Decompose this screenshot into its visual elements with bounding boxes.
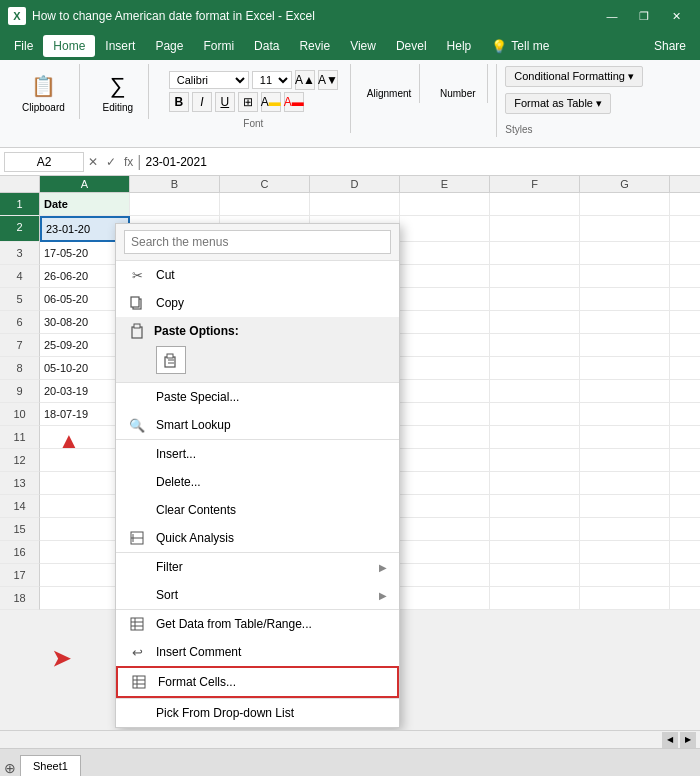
- row-num-9[interactable]: 9: [0, 380, 40, 403]
- menu-developer[interactable]: Devel: [386, 35, 437, 57]
- cell-h1[interactable]: [670, 193, 700, 216]
- context-menu-paste-special[interactable]: Paste Special...: [116, 383, 399, 411]
- cell-e6[interactable]: [400, 311, 490, 334]
- menu-file[interactable]: File: [4, 35, 43, 57]
- font-size-select[interactable]: 11: [252, 71, 292, 89]
- cell-e2[interactable]: [400, 216, 490, 242]
- menu-tell-me[interactable]: 💡Tell me: [481, 35, 559, 58]
- menu-data[interactable]: Data: [244, 35, 289, 57]
- italic-button[interactable]: I: [192, 92, 212, 112]
- row-num-13[interactable]: 13: [0, 472, 40, 495]
- conditional-formatting-button[interactable]: Conditional Formatting ▾: [505, 66, 643, 87]
- cell-b1[interactable]: [130, 193, 220, 216]
- cell-f10[interactable]: [490, 403, 580, 426]
- context-menu-clear-contents[interactable]: Clear Contents: [116, 496, 399, 524]
- formula-input[interactable]: [146, 155, 697, 169]
- scroll-left-button[interactable]: ◀: [662, 732, 678, 748]
- cell-e9[interactable]: [400, 380, 490, 403]
- cell-h3[interactable]: [670, 242, 700, 265]
- cell-e3[interactable]: [400, 242, 490, 265]
- cell-h7[interactable]: [670, 334, 700, 357]
- cell-f9[interactable]: [490, 380, 580, 403]
- cell-a1[interactable]: Date: [40, 193, 130, 216]
- bold-button[interactable]: B: [169, 92, 189, 112]
- row-num-3[interactable]: 3: [0, 242, 40, 265]
- row-num-18[interactable]: 18: [0, 587, 40, 610]
- cell-d1[interactable]: [310, 193, 400, 216]
- row-num-5[interactable]: 5: [0, 288, 40, 311]
- cell-c1[interactable]: [220, 193, 310, 216]
- menu-insert[interactable]: Insert: [95, 35, 145, 57]
- row-num-7[interactable]: 7: [0, 334, 40, 357]
- cell-h2[interactable]: [670, 216, 700, 242]
- context-menu-format-cells[interactable]: Format Cells...: [116, 666, 399, 698]
- row-num-1[interactable]: 1: [0, 193, 40, 216]
- cell-h8[interactable]: [670, 357, 700, 380]
- col-header-g[interactable]: G: [580, 176, 670, 192]
- context-menu-delete[interactable]: Delete...: [116, 468, 399, 496]
- font-grow-button[interactable]: A▲: [295, 70, 315, 90]
- paste-icon-box-1[interactable]: [156, 346, 186, 374]
- clipboard-button[interactable]: 📋 Clipboard: [16, 68, 71, 115]
- cell-g2[interactable]: [580, 216, 670, 242]
- col-header-a[interactable]: A: [40, 176, 130, 192]
- context-menu-filter[interactable]: Filter ▶: [116, 552, 399, 581]
- context-menu-smart-lookup[interactable]: 🔍 Smart Lookup: [116, 411, 399, 439]
- context-menu-copy[interactable]: Copy: [116, 289, 399, 317]
- cell-g8[interactable]: [580, 357, 670, 380]
- cell-e1[interactable]: [400, 193, 490, 216]
- row-num-12[interactable]: 12: [0, 449, 40, 472]
- context-menu-insert[interactable]: Insert...: [116, 439, 399, 468]
- row-num-4[interactable]: 4: [0, 265, 40, 288]
- row-num-16[interactable]: 16: [0, 541, 40, 564]
- cell-h5[interactable]: [670, 288, 700, 311]
- border-button[interactable]: ⊞: [238, 92, 258, 112]
- cell-g4[interactable]: [580, 265, 670, 288]
- context-menu-sort[interactable]: Sort ▶: [116, 581, 399, 609]
- col-header-f[interactable]: F: [490, 176, 580, 192]
- cell-f5[interactable]: [490, 288, 580, 311]
- cancel-icon[interactable]: ✕: [88, 155, 98, 169]
- font-shrink-button[interactable]: A▼: [318, 70, 338, 90]
- col-header-c[interactable]: C: [220, 176, 310, 192]
- fill-color-button[interactable]: A▬: [261, 92, 281, 112]
- cell-g9[interactable]: [580, 380, 670, 403]
- cell-e5[interactable]: [400, 288, 490, 311]
- cell-e4[interactable]: [400, 265, 490, 288]
- context-menu-pick-dropdown[interactable]: Pick From Drop-down List: [116, 698, 399, 727]
- underline-button[interactable]: U: [215, 92, 235, 112]
- cell-g5[interactable]: [580, 288, 670, 311]
- menu-page[interactable]: Page: [145, 35, 193, 57]
- maximize-button[interactable]: ❐: [628, 0, 660, 32]
- add-sheet-button[interactable]: ⊕: [4, 760, 16, 776]
- cell-h9[interactable]: [670, 380, 700, 403]
- cell-f1[interactable]: [490, 193, 580, 216]
- cell-f3[interactable]: [490, 242, 580, 265]
- col-header-h[interactable]: H: [670, 176, 700, 192]
- row-num-10[interactable]: 10: [0, 403, 40, 426]
- menu-formulas[interactable]: Formi: [193, 35, 244, 57]
- cell-g3[interactable]: [580, 242, 670, 265]
- context-menu-insert-comment[interactable]: ↩ Insert Comment: [116, 638, 399, 666]
- row-num-17[interactable]: 17: [0, 564, 40, 587]
- cell-f7[interactable]: [490, 334, 580, 357]
- cell-g1[interactable]: [580, 193, 670, 216]
- scroll-right-button[interactable]: ▶: [680, 732, 696, 748]
- cell-e10[interactable]: [400, 403, 490, 426]
- font-name-select[interactable]: Calibri: [169, 71, 249, 89]
- row-num-11[interactable]: 11: [0, 426, 40, 449]
- confirm-icon[interactable]: ✓: [106, 155, 116, 169]
- font-color-button[interactable]: A▬: [284, 92, 304, 112]
- horizontal-scrollbar[interactable]: ◀ ▶: [0, 730, 700, 748]
- row-num-8[interactable]: 8: [0, 357, 40, 380]
- row-num-6[interactable]: 6: [0, 311, 40, 334]
- context-menu-quick-analysis[interactable]: Quick Analysis: [116, 524, 399, 552]
- minimize-button[interactable]: —: [596, 0, 628, 32]
- fx-icon[interactable]: fx: [124, 155, 133, 169]
- menu-view[interactable]: View: [340, 35, 386, 57]
- cell-h4[interactable]: [670, 265, 700, 288]
- cell-f2[interactable]: [490, 216, 580, 242]
- cell-g7[interactable]: [580, 334, 670, 357]
- menu-review[interactable]: Revie: [289, 35, 340, 57]
- cell-f4[interactable]: [490, 265, 580, 288]
